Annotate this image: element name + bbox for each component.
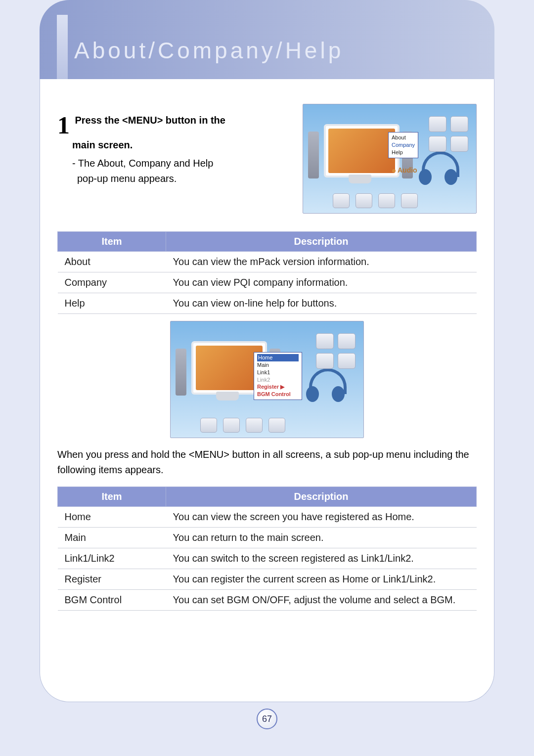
thumb-grid (429, 116, 468, 152)
step-1-text: 1 Press the <MENU> button in the main sc… (57, 104, 289, 186)
table-row: Link1/Link2 You can switch to the screen… (58, 548, 477, 569)
popup-menu-1: About Company Help (388, 132, 418, 158)
cell-item: Link1/Link2 (58, 548, 166, 569)
cell-item: Register (58, 569, 166, 590)
popup-menu-2: Home Main Link1 Link2 Register ▶ BGM Con… (254, 352, 302, 400)
cell-item: About (58, 252, 166, 272)
screenshot-1: About Company Help Audio (303, 104, 477, 214)
table-row: Home You can view the screen you have re… (58, 507, 477, 528)
page-number: 67 (257, 709, 277, 729)
th-item: Item (58, 232, 166, 252)
popup-item: BGM Control (257, 391, 299, 398)
popup-item: Link2 (257, 376, 299, 384)
thumb-icon (246, 418, 263, 433)
cell-item: BGM Control (58, 590, 166, 611)
popup-item: Help (392, 149, 415, 156)
speaker-icon (176, 349, 186, 396)
popup-item: Main (257, 361, 299, 369)
popup-item: About (392, 134, 415, 141)
manual-page: About/Company/Help 1 Press the <MENU> bu… (0, 0, 534, 756)
th-desc: Description (166, 232, 477, 252)
step-sub-line-2: pop-up menu appears. (72, 171, 289, 186)
cell-item: Home (58, 507, 166, 528)
popup-item: Home (257, 354, 299, 361)
cell-item: Company (58, 272, 166, 293)
cell-desc: You can view the mPack version informati… (166, 252, 477, 272)
popup-item: Company (392, 141, 415, 149)
cell-desc: You can register the current screen as H… (166, 569, 477, 590)
thumb-icon (429, 136, 446, 152)
section-label: Audio (392, 166, 417, 174)
bullet-icon (392, 169, 396, 173)
thumb-icon (450, 136, 468, 152)
cell-item: Help (58, 293, 166, 314)
thumb-icon (338, 333, 356, 349)
thumb-icon (333, 193, 350, 208)
content-box: 1 Press the <MENU> button in the main sc… (40, 79, 494, 702)
cell-desc: You can view on-line help for buttons. (166, 293, 477, 314)
step-sub-line-1: - The About, Company and Help (72, 156, 289, 171)
table-row: BGM Control You can set BGM ON/OFF, adju… (58, 590, 477, 611)
thumb-icon (356, 193, 372, 208)
thumb-icon (316, 353, 334, 369)
step-bold-line-1: Press the <MENU> button in the (75, 115, 225, 126)
cell-item: Main (58, 528, 166, 548)
table-row: Help You can view on-line help for butto… (58, 293, 477, 314)
thumb-icon (401, 193, 418, 208)
cell-desc: You can switch to the screen registered … (166, 548, 477, 569)
thumb-icon (223, 418, 240, 433)
mid-paragraph: When you press and hold the <MENU> butto… (57, 447, 477, 478)
table-row: Register You can register the current sc… (58, 569, 477, 590)
th-desc: Description (166, 487, 477, 507)
thumb-icon (268, 418, 285, 433)
thumb-icon (338, 353, 356, 369)
tv-stand-icon (349, 175, 371, 183)
cell-desc: You can view PQI company information. (166, 272, 477, 293)
page-title: About/Company/Help (74, 37, 344, 64)
thumb-icon (316, 333, 334, 349)
table-row: Company You can view PQI company informa… (58, 272, 477, 293)
table-row: Main You can return to the main screen. (58, 528, 477, 548)
thumb-icon (200, 418, 217, 433)
step-1-row: 1 Press the <MENU> button in the main sc… (57, 104, 477, 214)
headphones-icon (306, 368, 345, 403)
cell-desc: You can set BGM ON/OFF, adjust the volum… (166, 590, 477, 611)
popup-item: Link1 (257, 369, 299, 376)
table-2: Item Description Home You can view the s… (57, 487, 477, 611)
cell-desc: You can view the screen you have registe… (166, 507, 477, 528)
thumb-grid (316, 333, 356, 369)
thumb-icon (450, 116, 468, 132)
tv-stand-icon (216, 392, 239, 400)
headphones-icon (419, 151, 457, 186)
header-accent (57, 15, 68, 79)
bottom-icon-row (333, 193, 418, 208)
bottom-icon-row (200, 418, 285, 433)
thumb-icon (429, 116, 446, 132)
screenshot-2: Home Main Link1 Link2 Register ▶ BGM Con… (170, 321, 364, 438)
step-bold-line-2: main screen. (72, 139, 133, 150)
table-1: Item Description About You can view the … (57, 231, 477, 314)
th-item: Item (58, 487, 166, 507)
step-number: 1 (57, 113, 70, 137)
cell-desc: You can return to the main screen. (166, 528, 477, 548)
speaker-icon (308, 132, 319, 178)
table-row: About You can view the mPack version inf… (58, 252, 477, 272)
thumb-icon (378, 193, 395, 208)
popup-item: Register ▶ (257, 383, 299, 391)
